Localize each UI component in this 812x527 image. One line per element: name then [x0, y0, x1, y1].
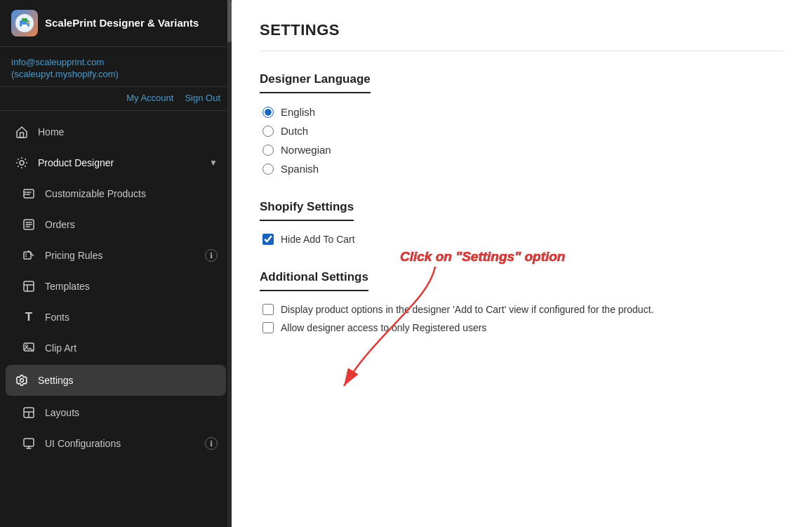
svg-rect-5	[20, 133, 24, 138]
clip-art-icon	[21, 340, 36, 356]
annotation-callout-container: Click on "Settings" option	[400, 249, 565, 265]
sidebar-item-pricing-rules-label: Pricing Rules	[45, 250, 205, 261]
allow-registered-users-label: Allow designer access to only Registered…	[281, 322, 486, 333]
product-designer-icon	[14, 155, 29, 171]
sidebar-item-customizable-products[interactable]: Customizable Products	[0, 178, 232, 209]
scroll-indicator	[227, 0, 232, 527]
annotation-callout-text: Click on "Settings" option	[400, 249, 565, 264]
allow-registered-users-checkbox[interactable]	[262, 322, 274, 333]
shopify-domain: (scaleupyt.myshopify.com)	[11, 69, 220, 79]
sidebar-item-fonts[interactable]: T Fonts	[0, 302, 232, 333]
svg-point-13	[25, 255, 27, 257]
svg-point-12	[25, 253, 27, 255]
language-option-dutch[interactable]: Dutch	[262, 125, 784, 137]
sidebar-item-ui-configurations-label: UI Configurations	[45, 438, 205, 449]
layouts-icon	[21, 405, 36, 420]
svg-rect-3	[22, 25, 27, 27]
settings-icon	[14, 373, 29, 388]
sidebar-item-customizable-products-label: Customizable Products	[45, 188, 218, 199]
app-logo	[11, 10, 38, 36]
app-name: ScalePrint Designer & Variants	[45, 16, 199, 30]
display-product-options-checkbox[interactable]	[262, 304, 274, 315]
spanish-label: Spanish	[281, 163, 319, 175]
pricing-rules-info-icon[interactable]: ℹ	[205, 249, 218, 262]
orders-icon	[21, 217, 36, 232]
sidebar-item-pricing-rules[interactable]: Pricing Rules ℹ	[0, 240, 232, 271]
sidebar-item-orders-label: Orders	[45, 219, 218, 230]
my-account-link[interactable]: My Account	[126, 93, 173, 103]
english-label: English	[281, 106, 315, 118]
main-content: SETTINGS Designer Language English Dutch…	[232, 0, 812, 527]
svg-point-9	[25, 194, 26, 195]
svg-point-17	[20, 379, 24, 382]
svg-rect-7	[24, 189, 34, 198]
hide-add-to-cart-label: Hide Add To Cart	[281, 234, 355, 245]
display-product-options-option[interactable]: Display product options in the designer …	[262, 304, 784, 315]
chevron-down-icon: ▼	[209, 158, 218, 168]
sidebar-item-orders[interactable]: Orders	[0, 209, 232, 240]
additional-settings-options: Display product options in the designer …	[262, 304, 784, 333]
svg-point-16	[26, 345, 28, 347]
account-email: info@scaleupprint.com	[11, 57, 220, 67]
pricing-rules-icon	[21, 248, 36, 263]
language-option-norwegian[interactable]: Norwegian	[262, 144, 784, 156]
fonts-icon: T	[21, 309, 36, 325]
sidebar-nav: Home Product Designer ▼	[0, 111, 232, 527]
svg-point-4	[27, 22, 29, 24]
sidebar-item-home-label: Home	[38, 126, 218, 138]
account-links: My Account Sign Out	[0, 87, 232, 111]
ui-configurations-icon	[21, 436, 36, 451]
svg-point-8	[25, 192, 26, 193]
svg-point-6	[20, 161, 24, 165]
sidebar-header: ScalePrint Designer & Variants	[0, 0, 232, 47]
shopify-settings-options: Hide Add To Cart	[262, 234, 784, 245]
sidebar-item-settings-label: Settings	[38, 375, 218, 386]
page-title: SETTINGS	[260, 21, 784, 51]
norwegian-radio[interactable]	[262, 145, 274, 156]
sidebar-item-layouts-label: Layouts	[45, 407, 218, 418]
sidebar: ScalePrint Designer & Variants info@scal…	[0, 0, 232, 527]
dutch-radio[interactable]	[262, 126, 274, 137]
sidebar-item-clip-art-label: Clip Art	[45, 342, 218, 354]
sidebar-item-product-designer-label: Product Designer	[38, 157, 209, 168]
language-option-spanish[interactable]: Spanish	[262, 163, 784, 175]
sidebar-item-templates[interactable]: Templates	[0, 271, 232, 302]
sidebar-item-home[interactable]: Home	[0, 116, 232, 147]
designer-language-options: English Dutch Norwegian Spanish	[262, 106, 784, 175]
home-icon	[14, 124, 29, 140]
sidebar-item-templates-label: Templates	[45, 281, 218, 292]
sidebar-item-clip-art[interactable]: Clip Art	[0, 333, 232, 363]
templates-icon	[21, 279, 36, 294]
shopify-settings-section: Shopify Settings Hide Add To Cart	[260, 200, 784, 245]
display-product-options-label: Display product options in the designer …	[281, 304, 653, 315]
sidebar-item-fonts-label: Fonts	[45, 312, 218, 323]
svg-rect-19	[24, 439, 34, 446]
svg-rect-14	[24, 281, 34, 291]
dutch-label: Dutch	[281, 125, 308, 137]
allow-registered-users-option[interactable]: Allow designer access to only Registered…	[262, 322, 784, 333]
scroll-thumb[interactable]	[227, 0, 232, 42]
sidebar-item-ui-configurations[interactable]: UI Configurations ℹ	[0, 428, 232, 459]
svg-rect-2	[22, 18, 27, 22]
shopify-settings-title: Shopify Settings	[260, 200, 354, 221]
designer-language-title: Designer Language	[260, 72, 371, 93]
hide-add-to-cart-checkbox[interactable]	[262, 234, 274, 245]
language-option-english[interactable]: English	[262, 106, 784, 118]
account-section: info@scaleupprint.com (scaleupyt.myshopi…	[0, 47, 232, 87]
spanish-radio[interactable]	[262, 164, 274, 175]
additional-settings-section: Additional Settings Display product opti…	[260, 270, 784, 333]
norwegian-label: Norwegian	[281, 144, 331, 156]
sign-out-link[interactable]: Sign Out	[185, 93, 220, 103]
sidebar-item-layouts[interactable]: Layouts	[0, 397, 232, 428]
ui-configurations-info-icon[interactable]: ℹ	[205, 437, 218, 450]
additional-settings-title: Additional Settings	[260, 270, 368, 291]
english-radio[interactable]	[262, 107, 274, 118]
sidebar-item-settings[interactable]: Settings	[6, 365, 226, 396]
customizable-products-icon	[21, 186, 36, 201]
sidebar-item-product-designer[interactable]: Product Designer ▼	[0, 147, 232, 178]
hide-add-to-cart-option[interactable]: Hide Add To Cart	[262, 234, 784, 245]
designer-language-section: Designer Language English Dutch Norwegia…	[260, 72, 784, 175]
